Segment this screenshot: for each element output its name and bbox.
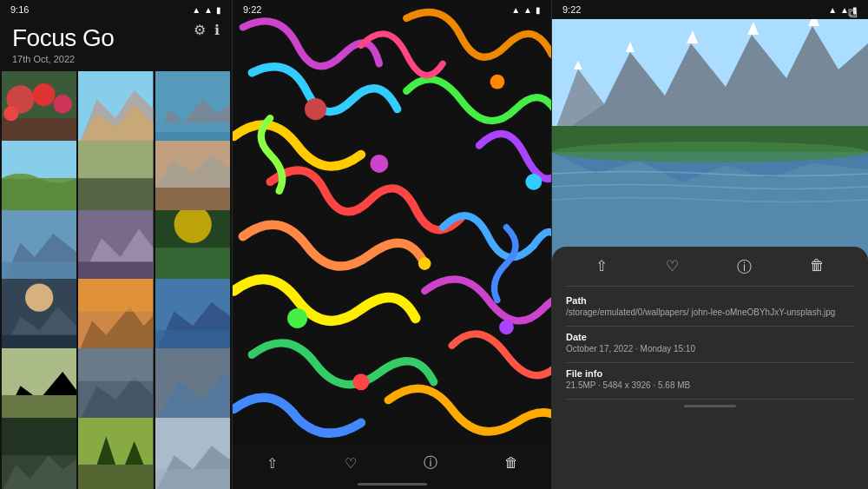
share-action-icon[interactable]: ⇧ [595, 257, 608, 277]
fullimage-panel: 9:22 ▲ ▲ ▮ [233, 0, 552, 489]
signal-icon: ▲ [192, 5, 201, 15]
gallery-header-icons: ⚙ ℹ [194, 22, 220, 38]
wifi-icon-2: ▲ [523, 5, 532, 15]
info-icon[interactable]: ℹ [214, 22, 220, 38]
svg-point-62 [525, 174, 542, 190]
settings-icon[interactable]: ⚙ [194, 22, 206, 38]
heart-action-icon[interactable]: ♡ [666, 257, 679, 277]
svg-point-5 [3, 106, 18, 121]
fullimage-content [233, 0, 551, 446]
battery-icon: ▮ [216, 5, 221, 15]
date-label: Date [566, 332, 854, 342]
gallery-header: Focus Go ⚙ ℹ 17th Oct, 2022 [0, 19, 232, 68]
status-icons-2: ▲ ▲ ▮ [511, 5, 541, 15]
svg-rect-50 [2, 418, 76, 455]
info-bottom-sheet: ⇧ ♡ ⓘ 🗑 Path /storage/emulated/0/wallpap… [552, 247, 868, 489]
info-panel: 9:22 ▲ ▲ ▮ ⧉ [552, 0, 868, 489]
photo-cell[interactable] [155, 348, 230, 423]
photo-cell[interactable] [2, 348, 76, 423]
info-home-indicator [684, 405, 736, 407]
photo-cell[interactable] [78, 141, 153, 215]
fileinfo-field: File info 21.5MP · 5484 x 3926 · 5.68 MB [566, 368, 854, 392]
svg-rect-45 [78, 348, 153, 381]
photo-cell[interactable] [155, 210, 230, 285]
photo-cell[interactable] [2, 418, 76, 489]
photo-cell[interactable] [2, 71, 76, 146]
date-value: October 17, 2022 · Monday 15:10 [566, 343, 854, 355]
photo-cell[interactable] [155, 279, 230, 354]
external-link-icon[interactable]: ⧉ [848, 5, 858, 21]
signal-icon-3: ▲ [828, 5, 837, 15]
photo-grid [0, 68, 232, 489]
separator-2 [566, 362, 854, 363]
svg-point-60 [490, 75, 505, 89]
photo-cell[interactable] [78, 348, 153, 423]
share-icon[interactable]: ⇧ [266, 455, 278, 472]
svg-point-65 [352, 373, 369, 390]
photo-cell[interactable] [2, 141, 76, 215]
status-bar-2: 9:22 ▲ ▲ ▮ [233, 0, 551, 19]
delete-icon[interactable]: 🗑 [504, 455, 518, 471]
date-field: Date October 17, 2022 · Monday 15:10 [566, 332, 854, 355]
photo-cell[interactable] [78, 279, 153, 354]
delete-action-icon[interactable]: 🗑 [810, 257, 825, 277]
photo-cell[interactable] [155, 141, 230, 215]
info-action-row: ⇧ ♡ ⓘ 🗑 [566, 257, 854, 287]
home-indicator [358, 483, 427, 486]
svg-point-61 [370, 155, 388, 173]
mountain-lake-image [552, 0, 868, 261]
status-bar-3: 9:22 ▲ ▲ ▮ [552, 0, 868, 19]
svg-point-4 [53, 95, 72, 114]
path-field: Path /storage/emulated/0/wallpapers/ joh… [566, 295, 854, 319]
time-3: 9:22 [562, 4, 581, 15]
favorite-icon[interactable]: ♡ [345, 455, 357, 472]
info-action-icon[interactable]: ⓘ [424, 454, 437, 472]
photo-cell[interactable] [155, 71, 230, 146]
svg-point-64 [418, 257, 431, 270]
photo-cell[interactable] [2, 210, 76, 285]
path-label: Path [566, 295, 854, 306]
info-image-area [552, 0, 868, 261]
svg-point-3 [33, 83, 56, 106]
svg-point-79 [552, 142, 868, 162]
svg-point-66 [499, 320, 514, 335]
fileinfo-label: File info [566, 368, 854, 379]
battery-icon-2: ▮ [536, 5, 541, 15]
abstract-art-image [233, 0, 551, 446]
svg-point-32 [25, 284, 53, 312]
status-bar-1: 9:16 ▲ ▲ ▮ [0, 0, 232, 19]
app-title: Focus Go [12, 24, 114, 52]
gallery-date: 17th Oct, 2022 [12, 54, 220, 64]
separator-1 [566, 326, 854, 327]
separator-3 [566, 399, 854, 400]
wifi-icon: ▲ [204, 5, 213, 15]
photo-cell[interactable] [78, 210, 153, 285]
svg-rect-16 [78, 141, 153, 178]
svg-point-59 [305, 98, 326, 120]
info-detail-icon[interactable]: ⓘ [737, 257, 752, 277]
photo-cell[interactable] [2, 279, 76, 354]
photo-cell[interactable] [78, 418, 153, 489]
signal-icon-2: ▲ [511, 5, 520, 15]
path-value: /storage/emulated/0/wallpapers/ john-lee… [566, 307, 854, 319]
svg-rect-36 [78, 279, 153, 312]
time-2: 9:22 [243, 4, 261, 15]
fullimage-toolbar: ⇧ ♡ ⓘ 🗑 [233, 446, 551, 480]
photo-cell[interactable] [78, 71, 153, 146]
status-icons-1: ▲ ▲ ▮ [192, 5, 221, 15]
svg-rect-57 [155, 470, 230, 489]
time-1: 9:16 [10, 4, 29, 15]
svg-rect-52 [78, 465, 153, 489]
gallery-panel: 9:16 ▲ ▲ ▮ Focus Go ⚙ ℹ 17th Oct, 2022 [0, 0, 233, 489]
fileinfo-value: 21.5MP · 5484 x 3926 · 5.68 MB [566, 380, 854, 392]
gallery-header-row: Focus Go ⚙ ℹ [12, 24, 220, 52]
svg-point-63 [287, 308, 307, 328]
photo-cell[interactable] [155, 418, 230, 489]
svg-rect-12 [155, 122, 230, 132]
